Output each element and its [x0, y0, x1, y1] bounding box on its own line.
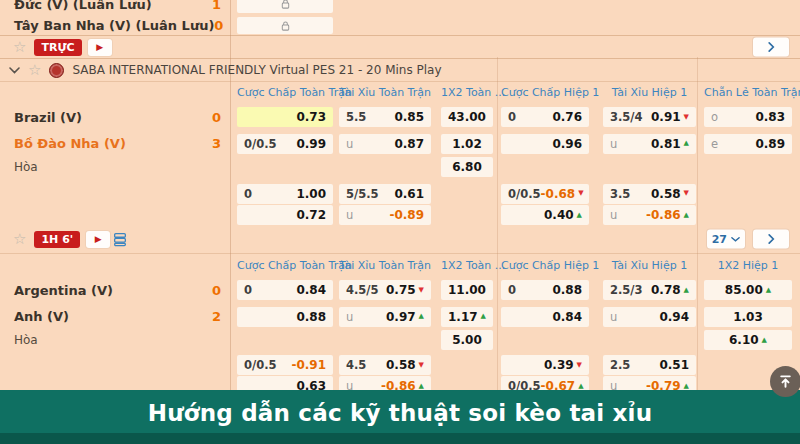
odds-cell[interactable]: 6.10▲ [704, 330, 792, 350]
odds-cell[interactable]: 0/0.5-0.91 [237, 355, 333, 375]
live-badge: TRỰC [34, 39, 81, 56]
play-button[interactable]: ▶ [88, 39, 112, 56]
column-header: Tài Xỉu Hiệp 1 [603, 259, 696, 272]
team-score: 2 [212, 309, 221, 324]
odds-cell[interactable]: u0.97▲ [339, 307, 431, 327]
handicap-label: 5/5.5 [346, 187, 379, 201]
odds-cell[interactable]: 3.5/40.91▼ [603, 107, 696, 127]
team-score: 0 [212, 283, 221, 298]
match-time-badge: 1H 6' [34, 231, 80, 248]
odds-cell[interactable]: 2.50.51 [603, 355, 696, 375]
odds-cell[interactable]: 5.00 [441, 330, 493, 350]
odds-cell[interactable]: 0.39▼ [501, 355, 589, 375]
handicap-label: 3.5 [610, 187, 630, 201]
odds-cell[interactable]: 0.72 [237, 205, 333, 225]
trend-up-icon: ▲ [684, 212, 689, 219]
trend-down-icon: ▼ [684, 114, 689, 121]
next-match-button[interactable] [753, 230, 789, 249]
play-button[interactable]: ▶ [86, 231, 110, 248]
odds-column-headers: Cược Chấp Toàn Trận Tài Xỉu Toàn Trận 1X… [0, 82, 800, 103]
odds-cell[interactable]: 1.17▲ [441, 307, 493, 327]
odds-value: 0.84 [296, 283, 326, 297]
odds-cell[interactable]: 0.40▲ [501, 205, 589, 225]
odds-value: 0.89 [755, 137, 785, 151]
bet-types-icon[interactable] [112, 232, 128, 247]
trend-down-icon: ▼ [684, 190, 689, 197]
secondary-odds-row: 0/0.5-0.91 4.50.58▼ 0.39▼ 2.50.51 [0, 354, 800, 376]
locked-odds-cell [237, 0, 333, 13]
handicap-label: u [346, 310, 353, 324]
odds-cell[interactable]: 85.00▲ [704, 280, 792, 300]
odds-cell[interactable]: 00.76 [501, 107, 589, 127]
promo-banner[interactable]: Hướng dẫn các kỹ thuật soi kèo tai xỉu [0, 390, 800, 444]
chevron-right-icon [767, 42, 775, 53]
odds-value: 0.94 [659, 310, 689, 324]
odds-cell[interactable]: 6.80 [441, 157, 493, 177]
odds-cell[interactable]: 0.96 [501, 134, 589, 154]
match-team-row: Bồ Đào Nha (V) 3 0/0.50.99 u0.87 1.02 0.… [0, 131, 800, 156]
banner-text: Hướng dẫn các kỹ thuật soi kèo tai xỉu [148, 400, 653, 426]
next-match-button[interactable] [753, 38, 789, 57]
trend-down-icon: ▼ [419, 362, 424, 369]
odds-cell[interactable]: 5.50.85 [339, 107, 431, 127]
trend-up-icon: ▲ [577, 212, 582, 219]
odds-value: 0.81 [651, 137, 681, 151]
odds-value: 0.85 [394, 110, 424, 124]
trend-down-icon: ▼ [577, 362, 582, 369]
odds-cell[interactable]: 1.02 [441, 134, 493, 154]
odds-cell[interactable]: 0/0.50.99 [237, 134, 333, 154]
odds-cell[interactable]: 4.50.58▼ [339, 355, 431, 375]
odds-value: 0.96 [552, 137, 582, 151]
trend-up-icon: ▲ [684, 140, 689, 147]
odds-cell[interactable]: 00.88 [501, 280, 589, 300]
favorite-star-icon[interactable]: ☆ [13, 40, 26, 55]
odds-cell[interactable]: 43.00 [441, 107, 493, 127]
odds-cell[interactable]: 0.73 [237, 107, 333, 127]
chevron-down-icon [731, 236, 740, 242]
collapse-chevron-icon[interactable] [9, 67, 20, 74]
odds-cell[interactable]: 5/5.50.61 [339, 184, 431, 204]
odds-value: 0.84 [552, 310, 582, 324]
odds-value: 0.61 [394, 187, 424, 201]
odds-cell[interactable]: 0.84 [501, 307, 589, 327]
odds-value: 6.80 [452, 160, 482, 174]
column-header: Tài Xỉu Toàn Trận [339, 259, 431, 272]
odds-cell[interactable]: 0/0.5-0.68▼ [501, 184, 589, 204]
team-name: Anh (V) [14, 309, 69, 324]
play-icon: ▶ [96, 43, 103, 52]
odds-cell[interactable]: 2.5/30.78▲ [603, 280, 696, 300]
odds-value: -0.91 [291, 358, 326, 372]
scroll-top-button[interactable] [770, 366, 800, 397]
locked-odds-cell [237, 17, 333, 34]
market-count-dropdown[interactable]: 27 [707, 230, 745, 249]
odds-cell[interactable]: 00.84 [237, 280, 333, 300]
handicap-label: 4.5/5 [346, 283, 379, 297]
odds-cell[interactable]: e0.89 [704, 134, 792, 154]
handicap-label: u [610, 208, 617, 222]
odds-value: 0.51 [659, 358, 689, 372]
odds-cell[interactable]: u0.81▲ [603, 134, 696, 154]
odds-value: 0.73 [296, 110, 326, 124]
odds-cell[interactable]: u-0.86▲ [603, 205, 696, 225]
handicap-label: o [711, 110, 718, 124]
secondary-odds-row: 0.72 u-0.89 0.40▲ u-0.86▲ [0, 205, 800, 225]
match-team-row: Brazil (V) 0 0.73 5.50.85 43.00 00.76 3.… [0, 103, 800, 131]
odds-cell[interactable]: u0.94 [603, 307, 696, 327]
odds-cell[interactable]: u0.87 [339, 134, 431, 154]
team-name: Bồ Đào Nha (V) [14, 136, 126, 151]
favorite-star-icon[interactable]: ☆ [28, 63, 41, 78]
odds-cell[interactable]: 11.00 [441, 280, 493, 300]
odds-value: 43.00 [448, 110, 486, 124]
odds-cell[interactable]: o0.83 [704, 107, 792, 127]
favorite-star-icon[interactable]: ☆ [13, 232, 26, 247]
market-count: 27 [712, 233, 727, 246]
match-team-row: Anh (V) 2 0.88 u0.97▲ 1.17▲ 0.84 u0.94 1… [0, 304, 800, 329]
odds-cell[interactable]: u-0.89 [339, 205, 431, 225]
odds-cell[interactable]: 3.50.58▼ [603, 184, 696, 204]
team-name: Đức (V) (Luân Lưu) [14, 0, 152, 12]
odds-cell[interactable]: 4.5/50.75▼ [339, 280, 431, 300]
odds-cell[interactable]: 01.00 [237, 184, 333, 204]
handicap-label: 0 [508, 110, 516, 124]
odds-cell[interactable]: 1.03 [704, 307, 792, 327]
odds-cell[interactable]: 0.88 [237, 307, 333, 327]
